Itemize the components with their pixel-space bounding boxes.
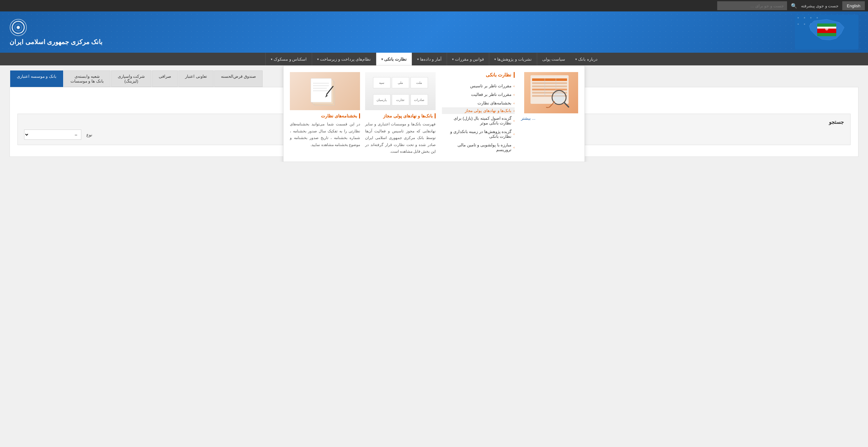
tab-شعبه-وابسته[interactable]: شعبه وابسته‌یبانک ها و موسسات (64, 70, 111, 87)
nav-item-درباره-بانک[interactable]: درباره بانک ▾ (570, 53, 602, 65)
nav-item-آمار[interactable]: آمار و داده‌ها ▾ (412, 53, 447, 65)
dropdown-card2-title: بخشنامه‌های نظارت (290, 113, 360, 119)
svg-rect-19 (532, 89, 567, 91)
chevron-icon: › (514, 93, 515, 97)
dropdown-image (524, 72, 578, 113)
dropdown-link-label: بخشنامه‌های نظارت (477, 101, 512, 105)
dropdown-link-بانک‌ها[interactable]: › بانک‌ها و نهادهای پولی مجاز (442, 107, 515, 114)
chevron-down-icon: ▾ (575, 58, 577, 61)
dropdown-links-col: نظارت بانکی › مقررات ناظر بر تاسیس › مقر… (442, 72, 515, 155)
svg-point-3 (810, 17, 811, 19)
svg-point-5 (798, 24, 799, 25)
dropdown-link-label: مقررات ناظر بر فعالیت (471, 92, 512, 97)
nav-item-قوانین[interactable]: قوانین و مقررات ▾ (447, 53, 489, 65)
nav-label: نشریات و پژوهش‌ها (497, 57, 531, 62)
search-type-label: نوع (86, 132, 92, 137)
bank-logo-ملت: ملت (410, 77, 428, 88)
bank-logo-تجارت: تجارت (392, 94, 409, 105)
dropdown-card-bakhshnameh-image (290, 72, 360, 110)
dropdown-link-بازل[interactable]: › گزیده اصول کمیته بال (بازل) برای نظارت… (442, 114, 515, 127)
svg-rect-29 (311, 78, 332, 102)
dropdown-link-پولشویی[interactable]: › مبارزه با پولشویی و تامین مالی تروریسم (442, 141, 515, 154)
chevron-icon: › (514, 101, 515, 105)
dropdown-link-label: مبارزه با پولشویی و تامین مالی تروریسم (442, 142, 512, 152)
nav-item-نظارت[interactable]: نظارت بانکی ▾ (376, 53, 412, 65)
dropdown-link-پژوهش[interactable]: › گزیده پژوهش‌ها در زمینه بانکداری و نظا… (442, 127, 515, 141)
bank-logo-صادرات: صادرات (410, 94, 428, 105)
chevron-down-icon: ▾ (317, 58, 319, 61)
chevron-down-icon: ▾ (271, 58, 272, 61)
tab-صرافی[interactable]: صرافی (152, 70, 178, 87)
chevron-icon: › (514, 109, 515, 113)
svg-point-4 (816, 17, 818, 19)
dropdown-more-link[interactable]: ... بیشتر (521, 116, 578, 121)
search-type-select[interactable]: – دولتی خصوصی تخصصی (24, 130, 81, 140)
advanced-search-link[interactable]: جست و جوی پیشرفته (801, 3, 839, 8)
nav-bar: درباره بانک ▾ سیاست پولی نشریات و پژوهش‌… (0, 53, 868, 65)
dropdown-card-banks: ملت ملی سپه صادرات تجارت پارسیان بانک‌ها… (365, 72, 435, 155)
dropdown-panel: ... بیشتر نظارت بانکی › مقررات ناظر بر ت… (283, 65, 585, 162)
chevron-icon: › (514, 119, 515, 123)
header-logo-area: بانک مرکزی جمهوری اسلامی ایران (9, 19, 102, 46)
svg-point-13 (17, 26, 20, 29)
bank-logo-icon (9, 19, 27, 36)
svg-point-25 (553, 92, 565, 103)
svg-point-2 (804, 17, 805, 19)
nav-label: درباره بانک (578, 57, 597, 62)
dropdown-link-بخشنامه[interactable]: › بخشنامه‌های نظارت (442, 99, 515, 107)
bank-logos-grid: ملت ملی سپه صادرات تجارت پارسیان (365, 72, 435, 110)
dropdown-image-col: ... بیشتر (521, 72, 578, 155)
svg-point-6 (804, 24, 805, 25)
tab-بانک-موسسه[interactable]: بانک و موسسه اعتباری (10, 70, 63, 87)
nav-item-اسکناس[interactable]: اسکناس و مسکوک ▾ (266, 53, 312, 65)
dropdown-card1-text: فهرست بانک‌ها و موسسات اعتباری و سایر نه… (365, 121, 435, 155)
chevron-icon: › (514, 84, 515, 88)
dropdown-card-bakhshnameha: بخشنامه‌های نظارت در این قسمت شما می‌توا… (290, 72, 360, 155)
english-button[interactable]: English (842, 1, 865, 10)
nav-label: نظارت بانکی (384, 57, 407, 62)
dropdown-link-label: گزیده اصول کمیته بال (بازل) برای نظارت ب… (442, 116, 512, 125)
dropdown-links-list: › مقررات ناظر بر تاسیس › مقررات ناظر بر … (442, 82, 515, 154)
nav-item-نظام-پرداخت[interactable]: نظام‌های پرداخت و زیرساخت ▾ (312, 53, 376, 65)
chevron-down-icon: ▾ (381, 58, 383, 61)
nav-item-نشریات[interactable]: نشریات و پژوهش‌ها ▾ (489, 53, 536, 65)
title-bar-icon (435, 113, 436, 119)
tab-تعاونی-اعتبار[interactable]: تعاونی اعتبار (179, 70, 214, 87)
chevron-down-icon: ▾ (452, 58, 454, 61)
header-decoration (0, 11, 868, 53)
svg-rect-17 (532, 82, 567, 84)
nav-label: نظام‌های پرداخت و زیرساخت (320, 57, 371, 62)
top-bar: English جست و جوی پیشرفته 🔍 (0, 0, 868, 11)
bank-logo-سپه: سپه (373, 77, 391, 88)
svg-point-11 (825, 27, 828, 30)
nav-label: اسکناس و مسکوک (274, 57, 307, 62)
title-bar-icon (359, 113, 360, 119)
nav-label: سیاست پولی (542, 57, 565, 62)
nav-label: آمار و داده‌ها (420, 57, 442, 62)
nav-label: قوانین و مقررات (455, 57, 484, 62)
dropdown-link-تاسیس[interactable]: › مقررات ناظر بر تاسیس (442, 82, 515, 90)
tab-شرکت-واسپاری[interactable]: شرکت واسپاری(لیزینگ) (111, 70, 152, 87)
search-input[interactable] (717, 1, 787, 10)
chevron-icon: › (514, 146, 515, 149)
dropdown-cards: ملت ملی سپه صادرات تجارت پارسیان بانک‌ها… (290, 72, 436, 155)
nav-item-سیاست-پولی[interactable]: سیاست پولی (537, 53, 570, 65)
dropdown-link-label: مقررات ناظر بر تاسیس (470, 84, 512, 88)
svg-rect-18 (532, 86, 567, 87)
chevron-icon: › (514, 132, 515, 136)
dropdown-section-title: نظارت بانکی (442, 72, 515, 78)
bank-logo-ملی: ملی (392, 77, 409, 88)
tab-صندوق-قرض[interactable]: صندوق قرض‌الحسنه (214, 70, 262, 87)
dropdown-link-label: بانک‌ها و نهادهای پولی مجاز (465, 108, 512, 113)
header-title: بانک مرکزی جمهوری اسلامی ایران (9, 38, 102, 46)
dropdown-card-banks-image: ملت ملی سپه صادرات تجارت پارسیان (365, 72, 435, 110)
svg-rect-16 (532, 78, 567, 81)
dropdown-link-فعالیت[interactable]: › مقررات ناظر بر فعالیت (442, 90, 515, 99)
papers-icon (290, 72, 360, 110)
dropdown-card2-text: در این قسمت شما می‌توانید بخشنامه‌های نظ… (290, 121, 360, 148)
bank-logo-پارسیان: پارسیان (373, 94, 391, 105)
search-icon[interactable]: 🔍 (791, 3, 797, 9)
dropdown-card1-title: بانک‌ها و نهادهای پولی مجاز (365, 113, 435, 119)
chevron-down-icon: ▾ (417, 58, 419, 61)
svg-point-1 (798, 17, 799, 19)
